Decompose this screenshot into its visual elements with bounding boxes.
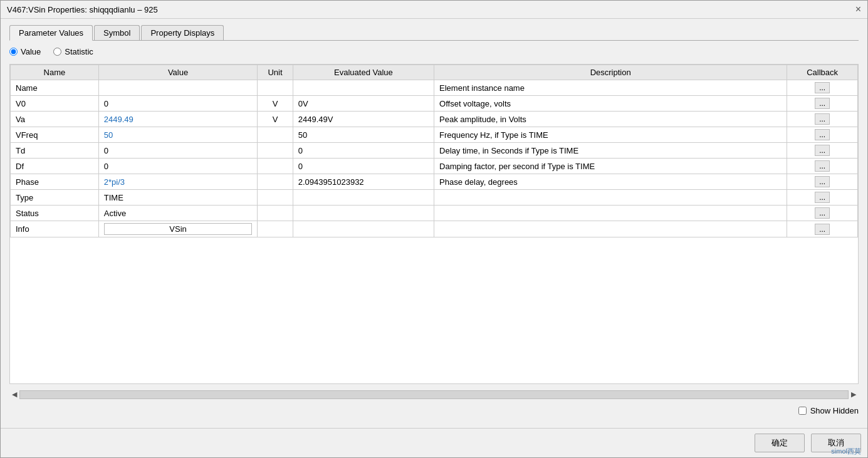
cell-desc: Frequency Hz, if Type is TIME	[434, 127, 787, 143]
radio-statistic-input[interactable]	[53, 48, 61, 56]
cell-eval	[293, 221, 434, 237]
cell-unit	[258, 80, 293, 96]
cell-name: Va	[11, 112, 99, 127]
cell-name: Df	[11, 159, 99, 174]
cell-value[interactable]: 2449.49	[98, 112, 257, 127]
cell-value[interactable]	[98, 221, 257, 237]
blue-value: 2*pi/3	[104, 177, 125, 187]
cell-eval: 50	[293, 127, 434, 143]
close-button[interactable]: ×	[855, 4, 861, 14]
table-row: Va2449.49V2449.49VPeak amplitude, in Vol…	[11, 112, 858, 127]
cell-name: V0	[11, 96, 99, 112]
tab-bar: Parameter Values Symbol Property Display…	[9, 25, 859, 41]
radio-statistic[interactable]: Statistic	[53, 47, 93, 56]
cell-value[interactable]: TIME	[98, 190, 257, 206]
col-header-eval: Evaluated Value	[293, 65, 434, 80]
cell-callback[interactable]: ...	[787, 80, 858, 96]
horizontal-scrollbar: ◀ ▶	[9, 389, 859, 400]
cell-desc	[434, 221, 787, 237]
callback-button[interactable]: ...	[815, 176, 830, 187]
cell-value[interactable]: 50	[98, 127, 257, 143]
info-value-input[interactable]	[104, 223, 252, 235]
table-row: NameElement instance name...	[11, 80, 858, 96]
tab-parameter-values[interactable]: Parameter Values	[9, 25, 93, 41]
cell-name: Phase	[11, 174, 99, 190]
cell-value[interactable]: 0	[98, 96, 257, 112]
cell-eval: 0	[293, 143, 434, 159]
scroll-track[interactable]	[19, 390, 849, 399]
watermark: simol西莫	[831, 447, 861, 456]
blue-value: 2449.49	[104, 115, 133, 124]
radio-statistic-label: Statistic	[65, 47, 93, 56]
cell-desc	[434, 190, 787, 206]
cell-callback[interactable]: ...	[787, 159, 858, 174]
cell-eval	[293, 206, 434, 221]
show-hidden-label: Show Hidden	[810, 406, 859, 415]
tab-symbol[interactable]: Symbol	[94, 25, 140, 40]
scroll-left-arrow[interactable]: ◀	[9, 389, 19, 400]
cell-callback[interactable]: ...	[787, 174, 858, 190]
callback-button[interactable]: ...	[815, 207, 830, 219]
cell-unit	[258, 143, 293, 159]
cell-desc: Phase delay, degrees	[434, 174, 787, 190]
cell-name: VFreq	[11, 127, 99, 143]
cell-eval	[293, 80, 434, 96]
callback-button[interactable]: ...	[815, 113, 830, 125]
cell-eval	[293, 190, 434, 206]
cell-callback[interactable]: ...	[787, 221, 858, 237]
cell-callback[interactable]: ...	[787, 112, 858, 127]
scroll-right-arrow[interactable]: ▶	[849, 389, 859, 400]
cell-eval: 0V	[293, 96, 434, 112]
radio-value-input[interactable]	[9, 48, 18, 56]
col-header-value: Value	[98, 65, 257, 80]
col-header-unit: Unit	[258, 65, 293, 80]
show-hidden-checkbox[interactable]	[798, 407, 807, 415]
radio-value[interactable]: Value	[9, 47, 41, 56]
cell-eval: 2449.49V	[293, 112, 434, 127]
callback-button[interactable]: ...	[815, 192, 830, 203]
cell-eval: 2.0943951023932	[293, 174, 434, 190]
title-bar: V467:VSin Properties: shiqqqdianlu – 925…	[1, 1, 867, 19]
show-hidden-row: Show Hidden	[9, 406, 859, 415]
ok-button[interactable]: 确定	[755, 434, 805, 452]
callback-button[interactable]: ...	[815, 98, 830, 109]
main-window: V467:VSin Properties: shiqqqdianlu – 925…	[0, 0, 868, 458]
cell-value[interactable]	[98, 80, 257, 96]
cell-eval: 0	[293, 159, 434, 174]
cell-name: Td	[11, 143, 99, 159]
callback-button[interactable]: ...	[815, 160, 830, 172]
cell-callback[interactable]: ...	[787, 190, 858, 206]
cell-unit	[258, 174, 293, 190]
cell-callback[interactable]: ...	[787, 127, 858, 143]
cell-desc: Offset voltage, volts	[434, 96, 787, 112]
cell-unit	[258, 159, 293, 174]
window-title: V467:VSin Properties: shiqqqdianlu – 925	[7, 5, 158, 14]
table-row: Info...	[11, 221, 858, 237]
cell-value[interactable]: 0	[98, 143, 257, 159]
cell-callback[interactable]: ...	[787, 143, 858, 159]
callback-button[interactable]: ...	[815, 224, 830, 235]
callback-button[interactable]: ...	[815, 129, 830, 140]
cell-name: Type	[11, 190, 99, 206]
cell-desc: Delay time, in Seconds if Type is TIME	[434, 143, 787, 159]
cell-unit	[258, 206, 293, 221]
cell-desc: Peak amplitude, in Volts	[434, 112, 787, 127]
cell-value[interactable]: 0	[98, 159, 257, 174]
col-header-desc: Description	[434, 65, 787, 80]
main-content: Parameter Values Symbol Property Display…	[1, 19, 867, 428]
col-header-name: Name	[11, 65, 99, 80]
cell-value[interactable]: 2*pi/3	[98, 174, 257, 190]
cell-value[interactable]: Active	[98, 206, 257, 221]
cell-callback[interactable]: ...	[787, 206, 858, 221]
radio-group: Value Statistic	[9, 47, 859, 56]
tab-property-displays[interactable]: Property Displays	[141, 25, 224, 40]
properties-table-container: Name Value Unit Evaluated Value Descript…	[9, 64, 859, 384]
footer: 确定 取消 simol西莫	[1, 428, 867, 457]
callback-button[interactable]: ...	[815, 145, 830, 156]
cell-callback[interactable]: ...	[787, 96, 858, 112]
cell-name: Info	[11, 221, 99, 237]
callback-button[interactable]: ...	[815, 82, 830, 93]
cell-unit	[258, 127, 293, 143]
col-header-callback: Callback	[787, 65, 858, 80]
table-row: Td00Delay time, in Seconds if Type is TI…	[11, 143, 858, 159]
